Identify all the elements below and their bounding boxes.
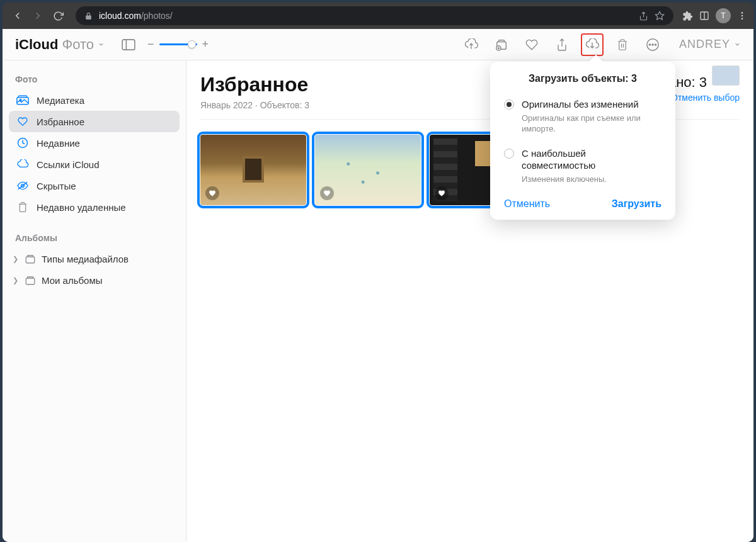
option-label: Оригиналы без изменений [522, 98, 662, 111]
sidebar-item-icloud-links[interactable]: Ссылки iCloud [9, 154, 180, 175]
sidebar-group-media-types[interactable]: ❯ Типы медиафайлов [9, 248, 180, 269]
sidebar-item-recently-deleted[interactable]: Недавно удаленные [9, 196, 180, 218]
sidebar-item-label: Скрытые [37, 181, 76, 191]
sidebar: Фото Медиатека Избранное Недавние Ссылки… [3, 60, 186, 542]
brand-sub: Фото [62, 37, 94, 53]
option-label: С наибольшей совместимостью [522, 147, 662, 172]
stack-icon [24, 274, 37, 286]
stack-icon [24, 252, 37, 265]
more-button[interactable] [641, 33, 664, 56]
download-option-originals[interactable]: Оригиналы без изменений Оригиналы как пр… [493, 94, 673, 144]
radio-icon [504, 99, 514, 110]
sidebar-item-library[interactable]: Медиатека [9, 89, 180, 111]
svg-point-19 [649, 43, 650, 45]
back-button[interactable] [9, 7, 26, 25]
zoom-slider[interactable] [159, 43, 197, 45]
sidebar-item-label: Медиатека [37, 95, 84, 106]
option-desc: Изменения включены. [522, 174, 662, 185]
share-button[interactable] [551, 33, 573, 56]
sidebar-group-my-albums[interactable]: ❯ Мои альбомы [9, 269, 180, 291]
sidebar-item-label: Недавние [37, 138, 80, 149]
sidebar-item-label: Ссылки iCloud [37, 159, 100, 170]
svg-rect-28 [26, 278, 35, 285]
user-menu[interactable]: ANDREY [679, 38, 741, 51]
upload-button[interactable] [460, 33, 483, 56]
zoom-in-button[interactable]: + [202, 38, 209, 51]
browser-bar: icloud.com/photos/ T [3, 3, 753, 29]
bookmark-star-icon[interactable] [655, 11, 665, 21]
sidebar-toggle-button[interactable] [117, 33, 140, 56]
chevron-down-icon [98, 41, 105, 48]
svg-point-4 [742, 12, 743, 14]
photo-item[interactable] [315, 135, 421, 205]
svg-point-20 [652, 43, 653, 45]
reload-button[interactable] [49, 7, 67, 25]
sidebar-item-hidden[interactable]: Скрытые [9, 175, 180, 196]
photo-item[interactable] [200, 135, 306, 205]
svg-point-6 [742, 18, 743, 20]
library-icon [16, 94, 29, 106]
cancel-button[interactable]: Отменить [504, 198, 550, 210]
window-icon[interactable] [699, 11, 709, 21]
svg-marker-1 [655, 11, 663, 20]
forward-button[interactable] [29, 7, 47, 25]
favorite-badge-icon [320, 186, 334, 200]
clock-icon [16, 137, 29, 149]
popover-title: Загрузить объекты: 3 [493, 73, 673, 84]
eye-off-icon [16, 179, 29, 192]
url-bar[interactable]: icloud.com/photos/ [76, 6, 673, 25]
download-button[interactable] [581, 33, 604, 56]
sidebar-item-label: Избранное [37, 116, 84, 127]
sidebar-item-label: Недавно удаленные [37, 202, 126, 213]
share-url-icon[interactable] [639, 11, 648, 21]
sidebar-item-favorites[interactable]: Избранное [9, 111, 180, 132]
lock-icon [84, 12, 93, 20]
favorite-badge-icon [435, 186, 449, 200]
chevron-right-icon: ❯ [11, 255, 19, 263]
option-desc: Оригиналы как при съемке или импорте. [522, 113, 662, 135]
app-toolbar: iCloud Фото − + [3, 29, 753, 60]
heart-icon [16, 115, 29, 128]
profile-avatar[interactable]: T [716, 8, 731, 23]
svg-rect-27 [26, 257, 35, 263]
svg-point-21 [655, 43, 656, 45]
menu-icon[interactable] [737, 11, 747, 21]
sidebar-group-label: Мои альбомы [42, 275, 103, 286]
zoom-out-button[interactable]: − [147, 38, 154, 51]
chevron-right-icon: ❯ [11, 276, 19, 285]
download-option-compatible[interactable]: С наибольшей совместимостью Изменения вк… [493, 144, 673, 194]
user-name: ANDREY [679, 38, 730, 51]
radio-icon [504, 149, 514, 159]
sidebar-item-recents[interactable]: Недавние [9, 132, 180, 154]
zoom-control: − + [147, 38, 209, 51]
extensions-icon[interactable] [682, 11, 693, 21]
favorite-badge-icon [205, 186, 219, 200]
brand-menu[interactable]: iCloud Фото [15, 37, 105, 53]
delete-button[interactable] [611, 33, 634, 56]
add-to-album-button[interactable] [490, 33, 513, 56]
confirm-download-button[interactable]: Загрузить [612, 198, 662, 210]
sidebar-section-albums: Альбомы [9, 229, 180, 248]
cloud-icon [16, 158, 29, 171]
download-popover: Загрузить объекты: 3 Оригиналы без измен… [490, 62, 675, 220]
brand-main: iCloud [15, 37, 58, 53]
svg-rect-7 [122, 39, 135, 49]
sidebar-group-label: Типы медиафайлов [42, 254, 129, 264]
url-text: icloud.com/photos/ [99, 11, 633, 21]
chevron-down-icon [734, 41, 741, 48]
sidebar-section-photos: Фото [9, 71, 180, 89]
trash-icon [16, 201, 29, 213]
svg-point-5 [742, 15, 743, 17]
favorite-button[interactable] [520, 33, 543, 56]
